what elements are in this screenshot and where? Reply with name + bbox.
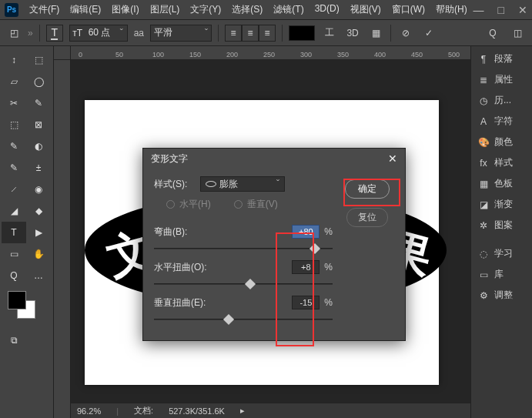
menu-3d[interactable]: 3D(D) (310, 2, 344, 18)
menu-filter[interactable]: 滤镜(T) (269, 2, 308, 18)
radio-icon (166, 200, 175, 209)
minimize-icon[interactable]: — (473, 4, 484, 16)
menu-view[interactable]: 视图(V) (346, 2, 386, 18)
radio-label: 水平(H) (179, 198, 211, 211)
swatches-icon: ▦ (477, 178, 490, 190)
eyedropper-tool[interactable]: ⬚ (2, 114, 26, 135)
hdist-value-input[interactable]: +8 (292, 260, 320, 274)
panel-styles[interactable]: fx样式 (473, 153, 530, 172)
menu-type[interactable]: 文字(Y) (186, 2, 226, 18)
slider-thumb[interactable] (309, 243, 320, 254)
status-arrow-icon[interactable]: ▸ (240, 406, 245, 416)
menu-image[interactable]: 图像(I) (107, 2, 143, 18)
menu-layer[interactable]: 图层(L) (146, 2, 185, 18)
menu-window[interactable]: 窗口(W) (387, 2, 430, 18)
type-tool-icon[interactable]: T (46, 25, 63, 42)
ruler-tick: 300 (300, 51, 312, 59)
pen-tool[interactable]: ◆ (26, 200, 51, 222)
ruler-tick: 0 (79, 51, 82, 59)
hdist-slider[interactable] (154, 279, 333, 289)
history-brush-tool[interactable]: ✎ (2, 157, 26, 179)
shape-tool[interactable]: ▭ (2, 243, 26, 265)
warp-text-icon[interactable]: 工 (321, 25, 338, 42)
font-size-value[interactable]: 60 点 (85, 26, 116, 39)
panel-gradients[interactable]: ◪渐变 (473, 195, 530, 214)
font-size-field[interactable]: тT 60 点 ˇ (69, 25, 128, 42)
panel-label: 学习 (494, 247, 513, 260)
eraser-tool[interactable]: ± (26, 157, 51, 179)
brush-tool[interactable]: ✎ (2, 135, 26, 157)
3d-icon[interactable]: 3D (344, 25, 361, 42)
panel-character[interactable]: A字符 (473, 112, 530, 131)
marquee-tool[interactable]: ⬚ (26, 49, 51, 71)
more-tools[interactable]: … (26, 265, 51, 286)
hand-tool[interactable]: ✋ (26, 243, 51, 265)
menu-help[interactable]: 帮助(H) (431, 2, 472, 18)
gradient-tool[interactable]: ⟋ (2, 179, 26, 200)
heal-tool[interactable]: ⊠ (26, 114, 51, 135)
panel-label: 颜色 (494, 135, 513, 149)
screen-mode-tool[interactable]: ⧉ (2, 329, 26, 351)
ok-button[interactable]: 确定 (345, 179, 390, 199)
panel-label: 属性 (494, 73, 513, 86)
panel-swatches[interactable]: ▦色板 (473, 174, 530, 193)
align-right-button[interactable]: ≡ (259, 25, 276, 42)
color-swatches[interactable] (8, 291, 38, 322)
bend-value-input[interactable]: +80 (292, 225, 320, 239)
panel-paragraph[interactable]: ¶段落 (473, 49, 530, 69)
style-select[interactable]: 膨胀 ˇ (200, 176, 285, 192)
home-icon[interactable]: ◰ (6, 25, 22, 41)
dialog-titlebar[interactable]: 变形文字 ✕ (143, 149, 405, 169)
vdist-slider[interactable] (154, 314, 333, 325)
zoom-level[interactable]: 96.2% (77, 406, 101, 416)
lasso-tool[interactable]: ▱ (2, 71, 26, 92)
cancel-icon[interactable]: ⊘ (397, 25, 414, 42)
panel-properties[interactable]: ≣属性 (473, 70, 530, 89)
fg-color[interactable] (8, 291, 26, 309)
crop-tool[interactable]: ✂ (2, 92, 26, 114)
dialog-close-icon[interactable]: ✕ (388, 152, 397, 165)
panel-adjustments[interactable]: ⚙调整 (473, 286, 530, 305)
path-select-tool[interactable]: ▶ (26, 222, 51, 243)
panel-learn[interactable]: ◌学习 (473, 244, 530, 263)
search-icon[interactable]: Q (484, 25, 501, 42)
vertical-radio[interactable]: 垂直(V) (234, 198, 278, 211)
zoom-tool[interactable]: Q (2, 265, 26, 286)
panel-dock: ¶段落 ≣属性 ◷历... A字符 🎨颜色 fx样式 ▦色板 ◪渐变 ✲图案 ◌… (470, 46, 532, 418)
align-center-button[interactable]: ≡ (242, 25, 259, 42)
text-color-swatch[interactable] (289, 25, 315, 41)
slider-thumb[interactable] (223, 314, 234, 325)
dropdown-icon[interactable]: ˇ (276, 179, 279, 189)
maximize-icon[interactable]: □ (498, 4, 504, 16)
menu-select[interactable]: 选择(S) (227, 2, 267, 18)
panel-color[interactable]: 🎨颜色 (473, 132, 530, 152)
panel-toggle-icon[interactable]: ▦ (367, 25, 384, 42)
reset-button[interactable]: 复位 (346, 208, 388, 227)
vdist-value-input[interactable]: -15 (292, 296, 320, 309)
properties-icon: ≣ (477, 74, 490, 86)
align-left-button[interactable]: ≡ (225, 25, 242, 42)
commit-icon[interactable]: ✓ (420, 25, 437, 42)
type-tool[interactable]: T (2, 222, 26, 243)
stamp-tool[interactable]: ◐ (26, 135, 51, 157)
antialias-select[interactable]: 平滑 ˇ (150, 25, 212, 42)
panel-libraries[interactable]: ▭库 (473, 265, 530, 284)
move-tool[interactable]: ↕ (2, 49, 26, 71)
frame-tool[interactable]: ✎ (26, 92, 51, 114)
panel-patterns[interactable]: ✲图案 (473, 216, 530, 235)
chevron-icon: » (28, 28, 33, 38)
workspace-icon[interactable]: ◫ (509, 25, 526, 42)
quick-select-tool[interactable]: ◯ (26, 71, 51, 92)
menu-file[interactable]: 文件(F) (25, 2, 64, 18)
dropdown-icon[interactable]: ˇ (116, 28, 127, 38)
menu-edit[interactable]: 编辑(E) (65, 2, 105, 18)
dropdown-icon[interactable]: ˇ (205, 28, 208, 38)
bend-slider[interactable] (154, 243, 333, 254)
close-icon[interactable]: ✕ (518, 4, 527, 16)
blur-tool[interactable]: ◉ (26, 179, 51, 200)
horizontal-radio[interactable]: 水平(H) (166, 198, 211, 211)
panel-history[interactable]: ◷历... (473, 91, 530, 110)
learn-icon: ◌ (477, 248, 490, 260)
dodge-tool[interactable]: ◢ (2, 200, 26, 222)
slider-thumb[interactable] (245, 279, 256, 289)
